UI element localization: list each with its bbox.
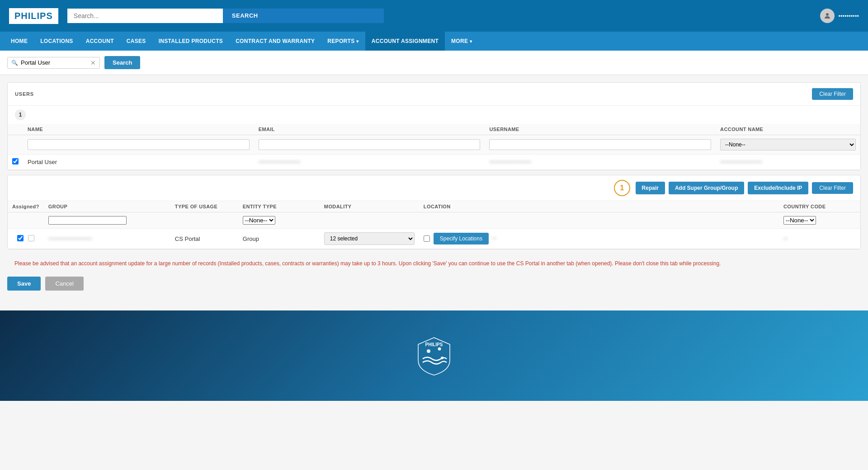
global-search-input[interactable]	[67, 9, 223, 23]
col-group-header: GROUP	[44, 201, 170, 212]
svg-text:PHILIPS: PHILIPS	[425, 342, 443, 347]
modality-dropdown: 12 selected	[324, 232, 415, 245]
assignment-count-badge: 1	[614, 180, 630, 196]
users-section-title: USERS	[15, 91, 34, 97]
entity-type-cell: Group	[238, 229, 320, 249]
assignment-table: Assigned? GROUP TYPE OF USAGE ENTITY TYP…	[8, 201, 860, 249]
nav-locations[interactable]: LOCATIONS	[34, 32, 79, 51]
col-account-header: ACCOUNT NAME	[716, 124, 860, 135]
users-section: USERS Clear Filter 1 NAME EMAIL USERNAME…	[7, 82, 861, 170]
search-input-wrap: 🔍 ✕	[7, 57, 100, 69]
user-email-cell: ••••••••••••••••••••••	[259, 159, 300, 165]
type-of-usage-cell: CS Portal	[170, 229, 238, 249]
nav-bar: HOME LOCATIONS ACCOUNT CASES INSTALLED P…	[0, 32, 868, 51]
row-checkbox[interactable]	[12, 158, 19, 164]
nav-more[interactable]: MORE ▾	[445, 32, 479, 51]
global-search-bar: SEARCH	[67, 9, 384, 23]
search-row: 🔍 ✕ Search	[0, 51, 868, 75]
repair-button[interactable]: Repair	[636, 182, 665, 194]
more-chevron-icon: ▾	[470, 39, 472, 44]
nav-reports[interactable]: REPORTS ▾	[321, 32, 365, 51]
assignment-row-checkbox2[interactable]	[28, 235, 34, 241]
assignment-section: 1 Repair Add Super Group/Group Exclude/I…	[7, 175, 861, 249]
clear-search-icon[interactable]: ✕	[90, 59, 96, 66]
assignment-row-checkbox[interactable]	[17, 235, 24, 241]
nav-installed-products[interactable]: INSTALLED PRODUCTS	[152, 32, 230, 51]
nav-account-assignment[interactable]: ACCOUNT ASSIGNMENT	[365, 32, 445, 51]
users-table: NAME EMAIL USERNAME ACCOUNT NAME --None-…	[8, 124, 860, 170]
specify-locations-button[interactable]: Specify Locations	[434, 233, 489, 244]
nav-cases[interactable]: CASES	[120, 32, 152, 51]
user-name: ••••••••••	[838, 13, 859, 19]
main-content: USERS Clear Filter 1 NAME EMAIL USERNAME…	[0, 75, 868, 301]
svg-point-0	[826, 13, 829, 16]
col-country-header: COUNTRY CODE	[779, 201, 860, 212]
col-checkbox-header	[8, 124, 23, 135]
email-filter-input[interactable]	[259, 139, 481, 150]
col-assigned-header: Assigned?	[8, 201, 44, 212]
col-type-header: TYPE OF USAGE	[170, 201, 238, 212]
logo-text: PHILIPS	[14, 11, 53, 21]
user-username-cell: ••••••••••••••••••••••	[489, 159, 531, 165]
col-email-header: EMAIL	[254, 124, 485, 135]
search-button[interactable]: Search	[104, 56, 140, 69]
search-icon: 🔍	[11, 60, 18, 66]
user-name-cell: Portal User	[23, 155, 254, 170]
entity-filter-select[interactable]: --None--	[243, 216, 275, 225]
users-section-header: USERS Clear Filter	[8, 83, 860, 106]
assignment-clear-filter-button[interactable]: Clear Filter	[812, 182, 853, 194]
user-avatar	[820, 9, 835, 23]
group-filter-input[interactable]	[48, 216, 127, 225]
nav-account[interactable]: ACCOUNT	[80, 32, 120, 51]
svg-point-2	[438, 348, 441, 351]
footer: PHILIPS	[0, 310, 868, 401]
notice-text: Please be advised that an account assign…	[7, 254, 861, 273]
exclude-include-button[interactable]: Exclude/Include IP	[748, 182, 808, 194]
assignment-table-row: ••••••••••••••••••••••• CS Portal Group …	[8, 229, 860, 249]
location-cell: Specify Locations ••	[424, 233, 774, 244]
action-row: Save Cancel	[7, 273, 861, 294]
col-name-header: NAME	[23, 124, 254, 135]
col-modality-header: MODALITY	[320, 201, 419, 212]
country-filter-select[interactable]: --None--	[783, 216, 816, 225]
nav-home[interactable]: HOME	[5, 32, 34, 51]
philips-shield-icon: PHILIPS	[416, 335, 452, 376]
name-filter-input[interactable]	[28, 139, 250, 150]
add-super-group-button[interactable]: Add Super Group/Group	[669, 182, 744, 194]
assignment-toolbar: 1 Repair Add Super Group/Group Exclude/I…	[8, 175, 860, 201]
modality-select[interactable]: 12 selected	[324, 232, 415, 245]
username-filter-input[interactable]	[489, 139, 711, 150]
header-user: ••••••••••	[820, 9, 859, 23]
location-checkbox[interactable]	[424, 235, 430, 242]
col-username-header: USERNAME	[485, 124, 716, 135]
top-header: PHILIPS SEARCH ••••••••••	[0, 0, 868, 32]
country-code-cell: ••	[783, 236, 787, 242]
user-account-cell: ••••••••••••••••••••••	[720, 159, 762, 165]
save-button[interactable]: Save	[7, 277, 41, 291]
nav-contract-warranty[interactable]: CONTRACT AND WARRANTY	[229, 32, 321, 51]
reports-chevron-icon: ▾	[356, 39, 359, 44]
cancel-button[interactable]: Cancel	[45, 277, 83, 291]
users-count-badge: 1	[15, 109, 26, 120]
group-cell: •••••••••••••••••••••••	[48, 236, 92, 242]
col-location-header: LOCATION	[419, 201, 779, 212]
table-row: Portal User •••••••••••••••••••••• •••••…	[8, 155, 860, 170]
location-value: ••	[492, 235, 496, 242]
global-search-button[interactable]: SEARCH	[223, 9, 384, 23]
users-clear-filter-button[interactable]: Clear Filter	[812, 88, 853, 100]
footer-logo: PHILIPS	[416, 335, 452, 376]
account-filter-select[interactable]: --None--	[720, 139, 856, 150]
search-input[interactable]	[21, 59, 89, 66]
svg-point-1	[427, 349, 430, 353]
philips-logo: PHILIPS	[9, 8, 58, 24]
col-entity-header: ENTITY TYPE	[238, 201, 320, 212]
